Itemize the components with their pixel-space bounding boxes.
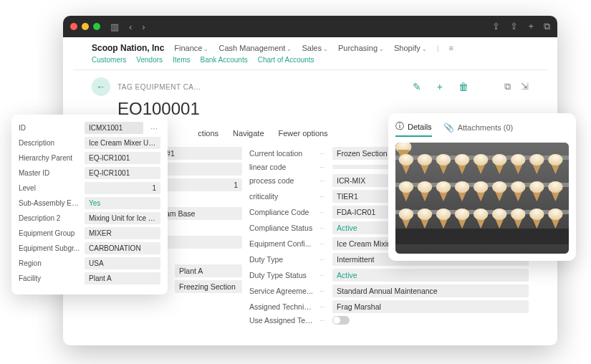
field-value[interactable]: Mixing Unit for Ice Cream Base: [85, 212, 160, 224]
field-dots: ···: [319, 209, 327, 216]
field-dots: ···: [319, 272, 327, 279]
nav-more-icon[interactable]: ≡: [449, 44, 453, 52]
svg-point-18: [455, 181, 469, 193]
nav-finance[interactable]: Finance⌄: [174, 44, 208, 52]
svg-point-12: [511, 154, 525, 166]
field-value[interactable]: USA: [85, 257, 160, 269]
svg-point-20: [492, 181, 506, 193]
collapse-icon[interactable]: ⇲: [521, 81, 529, 92]
sidebar-toggle-icon[interactable]: ▥: [110, 21, 119, 32]
tab-navigate[interactable]: Navigate: [233, 125, 264, 142]
field-label: Description: [19, 139, 80, 147]
field-label: Duty Type: [249, 255, 314, 264]
field-label: Service Agreeme...: [249, 287, 314, 295]
maximize-window-icon[interactable]: [93, 23, 100, 30]
new-tab-icon[interactable]: +: [528, 21, 534, 32]
field-label: Facility: [19, 274, 80, 282]
svg-point-27: [455, 209, 469, 220]
tab-actions-partial[interactable]: ctions: [198, 125, 218, 142]
svg-point-16: [418, 181, 432, 193]
field-value[interactable]: CARBONATION: [85, 242, 160, 254]
subnav-vendors[interactable]: Vendors: [136, 56, 163, 64]
field-label: Description 2: [19, 214, 80, 222]
popup-field-row: Level1: [19, 182, 160, 194]
field-value[interactable]: MIXER: [85, 227, 160, 239]
svg-point-29: [492, 209, 506, 220]
upload-icon[interactable]: ⇪: [492, 21, 500, 32]
svg-point-11: [492, 154, 506, 166]
field-more-icon[interactable]: ···: [148, 123, 160, 133]
field-value[interactable]: Standard Annual Maintenance: [332, 284, 529, 297]
popup-field-row: RegionUSA: [19, 257, 160, 269]
svg-point-13: [529, 154, 544, 166]
svg-point-8: [436, 154, 451, 166]
field-value[interactable]: Active: [332, 269, 529, 282]
field-label: Equipment Group: [19, 229, 80, 237]
page-header: ← TAG EQUIPMENT CA... ✎ + 🗑 ⧉ ⇲: [63, 70, 557, 99]
popup-field-row: Equipment Subgr...CARBONATION: [19, 242, 160, 254]
popup-field-row: Equipment GroupMIXER: [19, 227, 160, 239]
svg-point-25: [418, 209, 432, 220]
field-row: Service Agreeme...···Standard Annual Mai…: [249, 284, 529, 297]
field-row: Duty Type Status···Active: [249, 269, 529, 282]
svg-point-22: [529, 181, 544, 193]
copy-tab-icon[interactable]: ⧉: [544, 21, 550, 32]
subnav-customers[interactable]: Customers: [92, 56, 126, 64]
field-value[interactable]: Ice Cream Mixer Unit #1: [85, 137, 160, 149]
factbox-tab-details[interactable]: ⓘ Details: [395, 120, 432, 137]
subnav-bank-accounts[interactable]: Bank Accounts: [201, 56, 248, 64]
svg-point-15: [399, 181, 413, 193]
svg-point-6: [399, 154, 413, 166]
field-value[interactable]: Frag Marshal: [332, 300, 529, 313]
popout-icon[interactable]: ⧉: [504, 81, 511, 92]
minimize-window-icon[interactable]: [82, 23, 89, 30]
close-window-icon[interactable]: [70, 23, 77, 30]
field-value[interactable]: Yes: [85, 197, 160, 209]
subnav-items[interactable]: Items: [173, 56, 190, 64]
svg-point-32: [548, 209, 562, 220]
svg-point-19: [474, 181, 488, 193]
info-icon: ⓘ: [395, 120, 404, 133]
nav-sales[interactable]: Sales⌄: [302, 44, 328, 52]
field-row: Use Assigned Tec...···: [249, 316, 529, 325]
nav-forward-icon[interactable]: ›: [142, 21, 145, 32]
equipment-image[interactable]: var svgNS="http://www.w3.org/2000/svg"; …: [395, 143, 569, 254]
share-icon[interactable]: ⇧: [510, 21, 518, 32]
field-value[interactable]: Plant A: [85, 272, 160, 284]
field-label: Assigned Technici...: [249, 302, 314, 311]
field-dots: ···: [319, 317, 327, 324]
nav-purchasing[interactable]: Purchasing⌄: [338, 44, 384, 52]
field-value[interactable]: EQ-ICR1001: [85, 152, 160, 164]
popup-field-row: Sub-Assembly ExistYes: [19, 197, 160, 209]
subnav-chart-of-accounts[interactable]: Chart of Accounts: [258, 56, 314, 64]
field-value[interactable]: EQ-ICR1001: [85, 167, 160, 179]
toggle-switch[interactable]: [332, 316, 350, 325]
nav-shopify[interactable]: Shopify⌄: [394, 44, 427, 52]
svg-point-23: [548, 181, 562, 193]
new-icon[interactable]: +: [437, 81, 443, 92]
factbox-tab-attachments[interactable]: 📎 Attachments (0): [443, 123, 514, 135]
svg-point-30: [511, 209, 525, 220]
field-row: Assigned Technici...···Frag Marshal: [249, 300, 529, 313]
delete-icon[interactable]: 🗑: [458, 81, 469, 92]
record-popup-panel: IDICMX1001···DescriptionIce Cream Mixer …: [11, 115, 168, 294]
svg-rect-4: [395, 229, 569, 244]
field-dots: ···: [319, 256, 327, 263]
tab-fewer-options[interactable]: Fewer options: [279, 125, 328, 142]
nav-cash-management[interactable]: Cash Management⌄: [218, 44, 292, 52]
field-label: Compliance Code: [249, 208, 314, 216]
nav-back-icon[interactable]: ‹: [129, 21, 132, 32]
svg-point-28: [474, 209, 488, 220]
svg-point-31: [529, 209, 544, 220]
field-label: Use Assigned Tec...: [249, 316, 314, 325]
popup-field-row: DescriptionIce Cream Mixer Unit #1: [19, 137, 160, 149]
edit-icon[interactable]: ✎: [413, 81, 421, 92]
field-value[interactable]: ICMX1001: [85, 122, 143, 134]
factbox-tab-label: Attachments (0): [458, 123, 514, 132]
field-dots: ···: [319, 150, 327, 157]
svg-point-26: [436, 209, 451, 220]
popup-field-row: Description 2Mixing Unit for Ice Cream B…: [19, 212, 160, 224]
field-value[interactable]: 1: [85, 182, 160, 194]
back-button[interactable]: ←: [92, 77, 110, 96]
svg-point-17: [436, 181, 451, 193]
